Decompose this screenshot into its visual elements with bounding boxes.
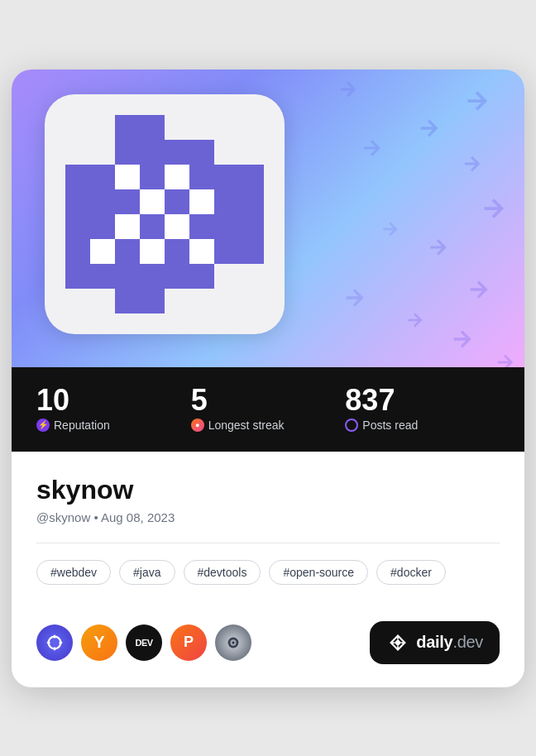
producthunt-icon[interactable]: P	[170, 624, 207, 661]
streak-label: ● Longest streak	[191, 419, 346, 432]
avatar-container	[45, 94, 285, 334]
brand-badge: daily.dev	[370, 621, 500, 664]
devto-icon[interactable]: DEV	[126, 624, 162, 661]
reputation-icon: ⚡	[36, 419, 50, 432]
camera-icon[interactable]	[215, 624, 251, 661]
devto-label: DEV	[135, 638, 152, 648]
tag-devtools[interactable]: #devtools	[184, 560, 261, 585]
svg-point-7	[232, 641, 235, 644]
username: skynow	[36, 475, 500, 505]
hackernews-label: Y	[93, 633, 104, 652]
crosshair-icon[interactable]	[36, 624, 73, 661]
tags-list: #webdev #java #devtools #open-source #do…	[36, 560, 500, 585]
brand-name: daily.dev	[416, 633, 483, 652]
user-handle: @skynow	[36, 510, 90, 524]
reputation-label: ⚡ Reputation	[36, 419, 191, 432]
posts-label: Posts read	[345, 419, 500, 432]
posts-icon	[345, 419, 358, 432]
join-date: Aug 08, 2023	[101, 510, 175, 524]
profile-section: skynow @skynow • Aug 08, 2023 #webdev #j…	[12, 452, 524, 621]
stat-streak: 5 ● Longest streak	[191, 385, 346, 432]
tag-java[interactable]: #java	[119, 560, 175, 585]
hero-section	[12, 69, 524, 367]
profile-card: 10 ⚡ Reputation 5 ● Longest streak 837 P…	[12, 69, 524, 687]
ph-label: P	[184, 634, 194, 651]
hackernews-icon[interactable]: Y	[81, 624, 117, 661]
meta-separator: •	[93, 510, 101, 524]
reputation-value: 10	[36, 385, 191, 415]
tag-opensource[interactable]: #open-source	[269, 560, 368, 585]
streak-value: 5	[191, 385, 346, 415]
tag-docker[interactable]: #docker	[376, 560, 446, 585]
brand-logo	[386, 631, 409, 654]
stat-posts: 837 Posts read	[345, 385, 500, 432]
avatar	[65, 115, 264, 313]
tag-webdev[interactable]: #webdev	[36, 560, 111, 585]
stat-reputation: 10 ⚡ Reputation	[36, 385, 191, 432]
user-meta: @skynow • Aug 08, 2023	[36, 510, 500, 524]
posts-value: 837	[345, 385, 500, 415]
card-footer: Y DEV P	[12, 621, 524, 687]
stats-bar: 10 ⚡ Reputation 5 ● Longest streak 837 P…	[12, 367, 524, 452]
social-icons: Y DEV P	[36, 624, 251, 661]
streak-icon: ●	[191, 419, 204, 432]
profile-divider	[36, 543, 500, 543]
svg-point-0	[49, 636, 61, 648]
